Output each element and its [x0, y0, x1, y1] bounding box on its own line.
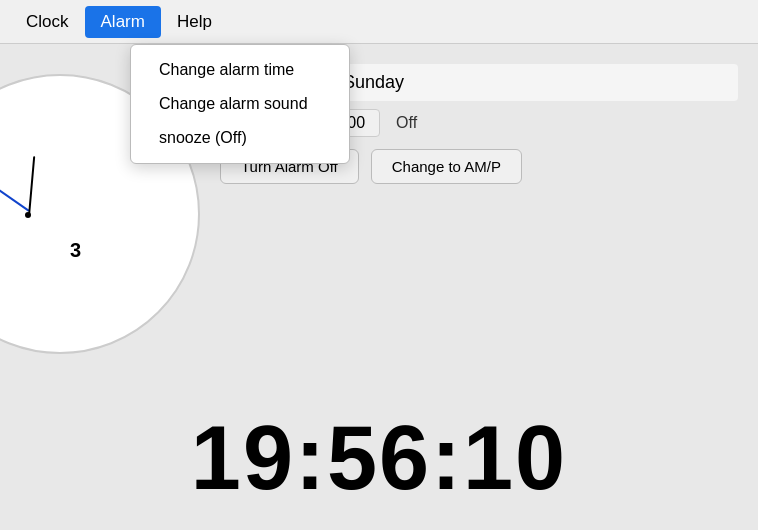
dropdown-snooze[interactable]: snooze (Off): [131, 121, 349, 155]
day-display: Sunday: [343, 72, 404, 93]
menu-help[interactable]: Help: [161, 6, 228, 38]
dropdown-change-alarm-sound[interactable]: Change alarm sound: [131, 87, 349, 121]
menu-clock[interactable]: Clock: [10, 6, 85, 38]
clock-number-3: 3: [70, 239, 81, 262]
alarm-dropdown: Change alarm time Change alarm sound sno…: [130, 44, 350, 164]
minute-hand: [0, 156, 30, 212]
dropdown-change-alarm-time[interactable]: Change alarm time: [131, 53, 349, 87]
hour-hand: [28, 156, 35, 216]
big-time-display: 19:56:10: [0, 407, 758, 510]
alarm-status: Off: [396, 114, 417, 132]
menubar: Clock Alarm Help: [0, 0, 758, 44]
change-to-ampm-button[interactable]: Change to AM/P: [371, 149, 522, 184]
main-content: 3 y 1 , 2016 Sunday Alarm 08:00 Off Turn…: [0, 44, 758, 530]
menu-alarm[interactable]: Alarm: [85, 6, 161, 38]
clock-center: [25, 212, 31, 218]
